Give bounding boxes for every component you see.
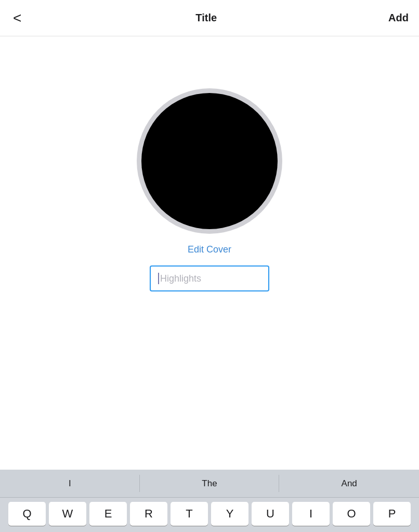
key-i[interactable]: I <box>292 502 330 526</box>
key-row-qwerty: Q W E R T Y U I O P <box>2 502 417 526</box>
key-w[interactable]: W <box>49 502 86 526</box>
key-t[interactable]: T <box>171 502 208 526</box>
autocomplete-and[interactable]: And <box>279 470 419 497</box>
keyboard-rows: Q W E R T Y U I O P <box>0 498 419 532</box>
avatar-container <box>137 88 282 234</box>
key-r[interactable]: R <box>130 502 167 526</box>
title-input-field[interactable]: Highlights <box>150 265 269 291</box>
key-o[interactable]: O <box>333 502 370 526</box>
add-button[interactable]: Add <box>388 12 409 24</box>
nav-bar: < Title Add <box>0 0 419 36</box>
input-placeholder-text: Highlights <box>160 273 201 284</box>
page-title: Title <box>195 12 217 24</box>
key-e[interactable]: E <box>89 502 127 526</box>
text-cursor <box>158 273 159 284</box>
key-q[interactable]: Q <box>8 502 46 526</box>
edit-cover-button[interactable]: Edit Cover <box>188 244 231 255</box>
autocomplete-i[interactable]: I <box>0 470 140 497</box>
keyboard: I The And Q W E R T Y U I O P <box>0 470 419 532</box>
main-content: Edit Cover Highlights <box>0 36 419 291</box>
key-u[interactable]: U <box>252 502 289 526</box>
key-p[interactable]: P <box>373 502 411 526</box>
avatar-image <box>141 93 278 229</box>
key-y[interactable]: Y <box>211 502 248 526</box>
autocomplete-bar: I The And <box>0 470 419 498</box>
autocomplete-the[interactable]: The <box>140 470 280 497</box>
back-button[interactable]: < <box>10 7 24 29</box>
